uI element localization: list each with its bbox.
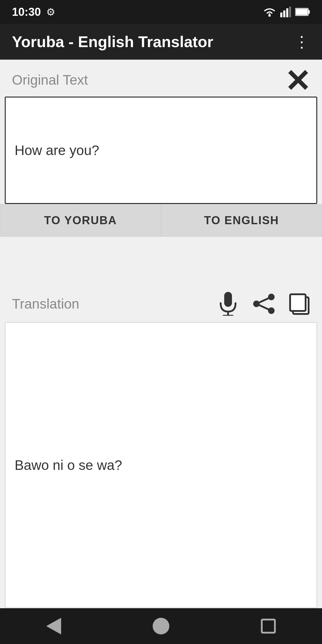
more-options-icon[interactable]: ⋮ [294,33,310,51]
svg-rect-8 [224,292,232,307]
share-icon [252,293,276,314]
svg-line-14 [256,297,271,304]
app-title: Yoruba - English Translator [12,33,213,51]
nav-home-button[interactable] [149,614,173,638]
translation-output-box: Bawo ni o se wa? [5,322,317,608]
original-text-box[interactable]: How are you? [5,97,317,204]
status-right [263,7,310,17]
svg-rect-17 [290,294,306,311]
main-content: Original Text How are you? TO YORUBA TO … [0,60,322,608]
microphone-button[interactable] [215,290,242,317]
back-icon [46,618,61,634]
close-x-icon [287,69,309,91]
translation-label: Translation [12,296,79,312]
original-text-label: Original Text [12,72,88,88]
svg-rect-4 [289,7,291,17]
app-bar: Yoruba - English Translator ⋮ [0,24,322,60]
nav-recent-button[interactable] [256,614,280,638]
clear-input-button[interactable] [286,68,310,92]
wifi-icon [263,7,276,17]
microphone-icon [218,292,239,316]
spacer [0,237,322,284]
signal-icon [280,7,291,17]
nav-back-button[interactable] [42,614,66,638]
svg-point-0 [268,14,271,17]
original-text-content: How are you? [15,141,99,160]
copy-button[interactable] [286,290,313,317]
svg-rect-3 [286,8,288,17]
status-time: 10:30 [12,6,41,18]
nav-bar [0,608,322,644]
settings-icon: ⚙ [46,6,55,18]
copy-icon [288,292,312,316]
to-english-button[interactable]: TO ENGLISH [161,204,322,237]
status-left: 10:30 ⚙ [12,6,55,18]
status-bar: 10:30 ⚙ [0,0,322,24]
translation-text-content: Bawo ni o se wa? [15,456,122,475]
home-icon [153,618,169,634]
share-button[interactable] [250,290,277,317]
translate-button-row: TO YORUBA TO ENGLISH [0,204,322,237]
original-text-header: Original Text [0,60,322,97]
recent-icon [261,619,276,634]
svg-rect-2 [283,10,285,17]
translation-section: Translation [0,284,322,608]
svg-rect-1 [280,13,282,17]
to-yoruba-button[interactable]: TO YORUBA [0,204,161,237]
svg-rect-6 [308,10,310,14]
battery-icon [295,7,310,16]
translation-header: Translation [0,284,322,322]
svg-line-15 [256,304,271,311]
svg-rect-7 [296,9,308,15]
